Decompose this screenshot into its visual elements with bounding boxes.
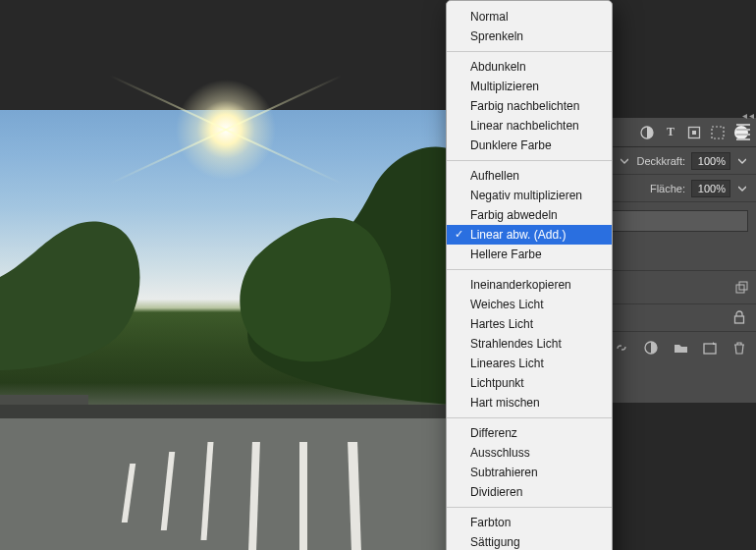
opacity-label: Deckkraft: [636, 155, 685, 167]
menu-separator [447, 51, 612, 52]
blend-mode-option[interactable]: Hartes Licht [447, 314, 612, 334]
blend-mode-dropdown-chevron[interactable] [619, 157, 630, 165]
blend-mode-option[interactable]: Negativ multiplizieren [447, 186, 612, 205]
path-icon[interactable] [711, 126, 725, 139]
duplicate-icon[interactable] [734, 281, 748, 295]
folder-icon[interactable] [674, 341, 687, 355]
image-canvas[interactable] [0, 110, 452, 550]
adjustment-icon[interactable] [644, 341, 658, 355]
blend-mode-option[interactable]: Hart mischen [447, 393, 612, 412]
svg-rect-6 [712, 127, 724, 138]
blend-mode-option[interactable]: Farbton [447, 513, 612, 532]
fill-label: Fläche: [650, 183, 685, 194]
link-icon[interactable] [615, 341, 628, 355]
blend-mode-menu[interactable]: NormalSprenkelnAbdunkelnMultiplizierenFa… [446, 0, 613, 550]
blend-mode-option[interactable]: Dunklere Farbe [447, 136, 612, 155]
lock-icon[interactable] [732, 310, 746, 324]
svg-rect-9 [735, 316, 744, 323]
blend-mode-option[interactable]: Ineinanderkopieren [447, 275, 612, 295]
blend-mode-option[interactable]: Linear abw. (Add.) [447, 225, 612, 245]
blend-mode-option[interactable]: Strahlendes Licht [447, 334, 612, 354]
blend-mode-option[interactable]: Sättigung [447, 532, 612, 550]
panel-menu-icon[interactable] [736, 124, 750, 140]
blend-mode-option[interactable]: Farbig abwedeln [447, 205, 612, 225]
blend-mode-option[interactable]: Weiches Licht [447, 295, 612, 314]
menu-separator [447, 417, 612, 418]
panel-collapse-icon[interactable]: ◂◂ [742, 110, 756, 121]
contrast-icon[interactable] [640, 126, 654, 139]
mask-icon[interactable] [687, 126, 701, 139]
blend-mode-option[interactable]: Lineares Licht [447, 354, 612, 373]
svg-rect-8 [739, 282, 747, 290]
fill-chevron[interactable] [736, 185, 748, 192]
fill-value[interactable]: 100% [691, 180, 730, 197]
svg-rect-5 [692, 131, 696, 135]
svg-rect-7 [736, 285, 744, 293]
blend-mode-option[interactable]: Hellere Farbe [447, 245, 612, 264]
blend-mode-option[interactable]: Farbig nachbelichten [447, 96, 612, 116]
blend-mode-option[interactable]: Multiplizieren [447, 77, 612, 96]
blend-mode-option[interactable]: Lichtpunkt [447, 373, 612, 393]
blend-mode-option[interactable]: Differenz [447, 423, 612, 443]
menu-separator [447, 269, 612, 270]
opacity-value[interactable]: 100% [691, 152, 730, 170]
blend-mode-option[interactable]: Dividieren [447, 482, 612, 502]
road-marking [299, 442, 307, 550]
menu-separator [447, 507, 612, 508]
svg-rect-11 [704, 344, 716, 354]
blend-mode-option[interactable]: Abdunkeln [447, 57, 612, 77]
trash-icon[interactable] [732, 341, 746, 355]
opacity-chevron[interactable] [736, 157, 748, 165]
type-icon[interactable]: T [664, 126, 677, 139]
blend-mode-option[interactable]: Ausschluss [447, 443, 612, 463]
new-layer-icon[interactable] [703, 341, 717, 355]
blend-mode-option[interactable]: Linear nachbelichten [447, 116, 612, 136]
blend-mode-option[interactable]: Normal [447, 7, 612, 27]
menu-separator [447, 160, 612, 161]
blend-mode-option[interactable]: Sprenkeln [447, 27, 612, 46]
blend-mode-option[interactable]: Subtrahieren [447, 463, 612, 482]
blend-mode-option[interactable]: Aufhellen [447, 166, 612, 186]
